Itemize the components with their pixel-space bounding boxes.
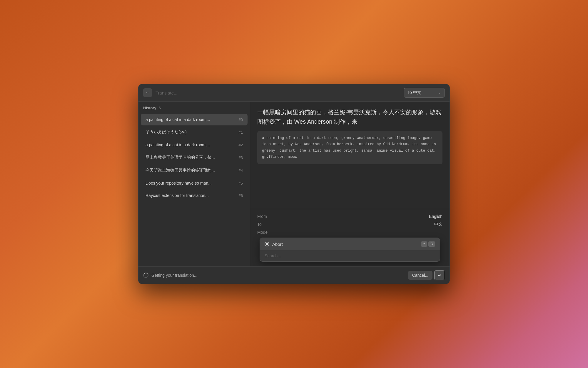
history-item-num-3: #3 [239, 155, 243, 160]
history-item-1[interactable]: そういえばそうだ(;·v·) #1 [141, 126, 248, 138]
radio-inner [266, 243, 268, 245]
search-placeholder: Translate... [156, 90, 400, 95]
history-count: 6 [159, 106, 161, 110]
main-window: ← Translate... To 中文 ⌄ History 6 a paint… [138, 84, 450, 284]
history-item-text-4: 今天听说上海德国领事馆的签证预约... [146, 168, 236, 173]
translation-result: 一幅黑暗房间里的猫的画，格兰妮·韦瑟沃克斯，令人不安的形象，游戏图标资产，由 W… [257, 107, 442, 126]
cancel-label: Cancel... [412, 273, 428, 278]
from-label: From [257, 214, 267, 219]
history-item-text-0: a painting of a cat in a dark room,... [146, 117, 236, 122]
history-item-text-1: そういえばそうだ(;·v·) [146, 130, 236, 135]
meta-mode-row: Mode [257, 230, 442, 235]
language-dropdown[interactable]: To 中文 ⌄ [404, 88, 445, 98]
status-text: Getting your translation... [151, 273, 197, 278]
footer: Getting your translation... Cancel... ↵ [138, 266, 450, 284]
sidebar: History 6 a painting of a cat in a dark … [138, 102, 250, 266]
meta-from-row: From English [257, 214, 442, 219]
radio-icon [265, 242, 269, 246]
translation-output: 一幅黑暗房间里的猫的画，格兰妮·韦瑟沃克斯，令人不安的形象，游戏图标资产，由 W… [250, 102, 450, 209]
meta-panel: From English To 中文 Mode [250, 209, 450, 266]
lang-label: To 中文 [407, 90, 421, 95]
history-item-5[interactable]: Does your repository have so man... #5 [141, 177, 248, 189]
chevron-down-icon: ⌄ [438, 91, 441, 95]
mode-dropdown-menu[interactable]: Abort ^ C [260, 238, 440, 262]
enter-button[interactable]: ↵ [434, 270, 445, 280]
history-item-num-5: #5 [239, 181, 243, 185]
source-text-box: a painting of a cat in a dark room, gran… [257, 131, 442, 164]
history-item-num-1: #1 [239, 130, 243, 135]
shortcut-c: C [428, 241, 435, 247]
history-label: History [143, 106, 156, 110]
enter-icon: ↵ [438, 273, 441, 278]
dropdown-search-input[interactable] [265, 253, 435, 258]
history-item-0[interactable]: a painting of a cat in a dark room,... #… [141, 114, 248, 125]
to-label: To [257, 222, 262, 227]
from-value: English [429, 214, 442, 219]
abort-label: Abort [272, 242, 283, 247]
to-value: 中文 [434, 222, 442, 227]
back-icon: ← [145, 90, 150, 95]
history-item-text-3: 网上多数关于英语学习的的分享，都... [146, 155, 236, 160]
history-item-6[interactable]: Raycast extension for translation... #6 [141, 190, 248, 201]
history-item-2[interactable]: a painting of a cat in a dark room,... #… [141, 139, 248, 151]
mode-label: Mode [257, 230, 268, 235]
footer-right: Cancel... ↵ [408, 270, 445, 280]
dropdown-search-row[interactable] [260, 250, 440, 261]
cancel-button[interactable]: Cancel... [408, 271, 432, 280]
right-panel: 一幅黑暗房间里的猫的画，格兰妮·韦瑟沃克斯，令人不安的形象，游戏图标资产，由 W… [250, 102, 450, 266]
history-item-num-6: #6 [239, 193, 243, 198]
history-item-num-0: #0 [239, 117, 243, 122]
footer-left: Getting your translation... [143, 273, 197, 278]
meta-to-row: To 中文 [257, 222, 442, 227]
history-item-text-2: a painting of a cat in a dark room,... [146, 142, 236, 147]
abort-option[interactable]: Abort ^ C [260, 238, 440, 250]
main-content: History 6 a painting of a cat in a dark … [138, 102, 450, 266]
history-item-num-4: #4 [239, 168, 243, 173]
history-item-num-2: #2 [239, 143, 243, 147]
abort-shortcuts: ^ C [421, 241, 435, 247]
history-item-text-5: Does your repository have so man... [146, 181, 236, 185]
history-item-4[interactable]: 今天听说上海德国领事馆的签证预约... #4 [141, 164, 248, 177]
shortcut-ctrl: ^ [421, 241, 427, 247]
sidebar-header: History 6 [138, 102, 250, 113]
back-button[interactable]: ← [143, 88, 152, 97]
history-item-text-6: Raycast extension for translation... [146, 193, 236, 198]
abort-left: Abort [265, 242, 283, 247]
loading-spinner [143, 273, 148, 278]
titlebar: ← Translate... To 中文 ⌄ [138, 84, 450, 102]
history-item-3[interactable]: 网上多数关于英语学习的的分享，都... #3 [141, 151, 248, 164]
